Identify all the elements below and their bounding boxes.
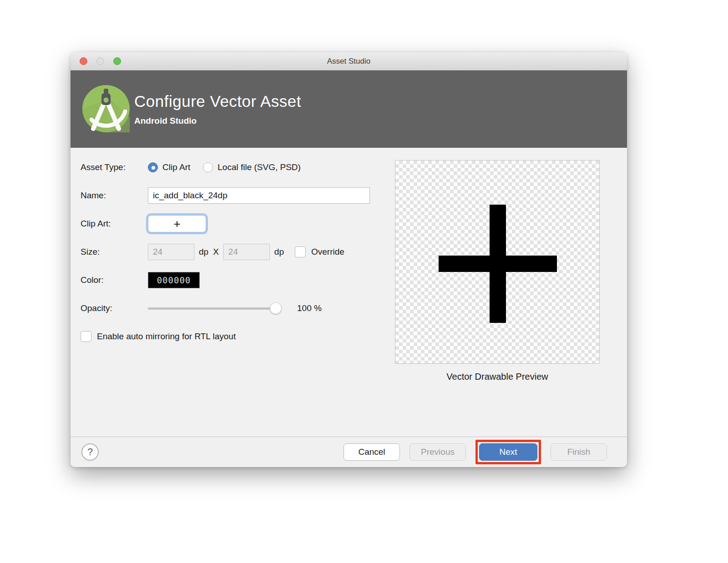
opacity-slider[interactable] [148,302,281,314]
finish-button: Finish [551,443,607,461]
size-label: Size: [81,247,148,257]
rtl-checkbox[interactable] [81,331,91,342]
dialog-content: Asset Type: Clip Art Local file (SVG, PS… [71,148,627,437]
color-swatch-button[interactable]: 000000 [148,272,200,288]
question-mark-icon: ? [87,446,93,457]
size-width-unit: dp [199,247,208,257]
name-row: Name: [81,187,390,204]
dialog-footer: ? Cancel Previous Next Finish [71,437,627,467]
radio-clip-art[interactable]: Clip Art [148,162,190,172]
android-studio-logo-icon [82,85,130,132]
name-input[interactable] [148,187,370,204]
override-checkbox[interactable] [295,246,306,257]
help-button[interactable]: ? [81,443,99,461]
slider-track[interactable] [148,307,281,310]
size-height-input [223,244,270,260]
color-value: 000000 [157,275,191,285]
next-button-highlight: Next [475,440,541,464]
rtl-row: Enable auto mirroring for RTL layout [81,328,390,345]
size-row: Size: dp X dp Override [81,243,390,261]
dialog-subtitle: Android Studio [134,116,301,126]
preview-caption: Vector Drawable Preview [395,372,600,382]
slider-thumb[interactable] [270,302,282,314]
asset-type-label: Asset Type: [81,162,148,172]
radio-clip-art-label: Clip Art [162,162,190,172]
window-title: Asset Studio [71,57,627,66]
preview-add-icon [395,161,599,363]
size-separator: X [213,247,219,257]
clip-art-picker-button[interactable]: + [148,215,206,232]
radio-selected-icon[interactable] [148,162,158,172]
opacity-row: Opacity: 100 % [81,300,390,317]
asset-type-row: Asset Type: Clip Art Local file (SVG, PS… [81,159,390,176]
previous-button: Previous [410,443,466,461]
title-bar: Asset Studio [71,52,627,70]
next-button[interactable]: Next [479,443,537,461]
opacity-value: 100 % [297,303,322,313]
radio-unselected-icon[interactable] [203,162,213,172]
color-row: Color: 000000 [81,271,390,289]
vector-asset-form: Asset Type: Clip Art Local file (SVG, PS… [81,159,390,356]
size-height-unit: dp [274,247,284,257]
size-width-input [148,244,194,260]
plus-icon: + [173,217,180,231]
rtl-checkbox-label: Enable auto mirroring for RTL layout [97,332,236,342]
radio-local-file-label: Local file (SVG, PSD) [217,162,301,172]
dialog-title: Configure Vector Asset [134,92,301,111]
cancel-button[interactable]: Cancel [344,443,400,461]
opacity-label: Opacity: [81,303,148,313]
vector-preview-panel [395,160,600,364]
clip-art-label: Clip Art: [81,219,148,229]
color-label: Color: [81,275,148,285]
name-label: Name: [81,191,148,201]
override-label: Override [311,247,344,257]
asset-studio-dialog: Asset Studio Configure Vector Asset Andr… [71,52,627,467]
clip-art-row: Clip Art: + [81,215,390,232]
wizard-header: Configure Vector Asset Android Studio [71,70,627,148]
radio-local-file[interactable]: Local file (SVG, PSD) [203,162,301,172]
